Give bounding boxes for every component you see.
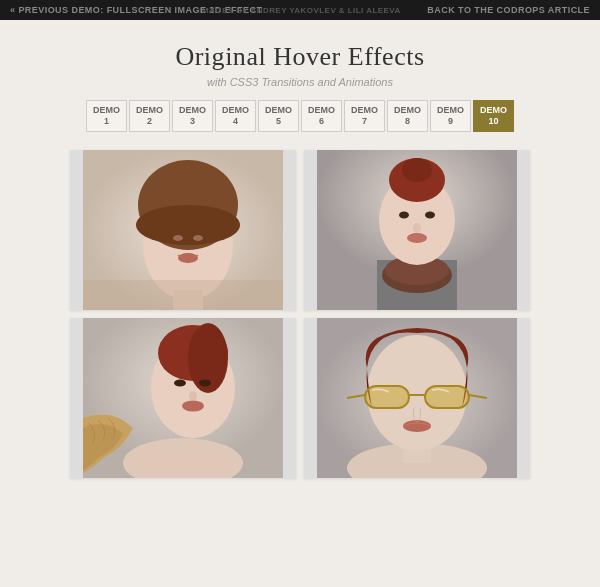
demo-tab-2[interactable]: DEMO2	[129, 100, 170, 132]
demo-tab-9[interactable]: DEMO9	[430, 100, 471, 132]
svg-point-17	[399, 211, 409, 218]
grid-item-3[interactable]	[70, 318, 296, 478]
demo-tab-1[interactable]: DEMO1	[86, 100, 127, 132]
svg-point-19	[407, 233, 427, 243]
svg-point-5	[193, 235, 203, 241]
image-4	[304, 318, 530, 478]
svg-point-27	[199, 379, 211, 386]
grid-item-1[interactable]	[70, 150, 296, 310]
top-bar: « Previous Demo: Fullscreen Image 3D Eff…	[0, 0, 600, 20]
svg-point-16	[402, 158, 432, 182]
grid-item-2[interactable]	[304, 150, 530, 310]
image-grid	[0, 150, 600, 508]
image-2	[304, 150, 530, 310]
back-to-article-link[interactable]: Back to the Codrops Article	[427, 5, 590, 15]
demo-tab-8[interactable]: DEMO8	[387, 100, 428, 132]
svg-point-3	[136, 205, 240, 245]
page-subtitle: with CSS3 Transitions and Animations	[10, 76, 590, 88]
demo-tab-5[interactable]: DEMO5	[258, 100, 299, 132]
svg-point-26	[174, 379, 186, 386]
demo-tab-7[interactable]: DEMO7	[344, 100, 385, 132]
page-title: Original Hover Effects	[10, 42, 590, 72]
demo-tab-3[interactable]: DEMO3	[172, 100, 213, 132]
grid-item-4[interactable]	[304, 318, 530, 478]
page-header: Original Hover Effects with CSS3 Transit…	[0, 20, 600, 100]
demo-tab-4[interactable]: DEMO4	[215, 100, 256, 132]
demo-tab-10[interactable]: DEMO10	[473, 100, 514, 132]
svg-point-6	[178, 253, 198, 263]
svg-rect-34	[365, 386, 409, 408]
credits-text: Images by Andrey Yakovlev & Lili Aleeva	[199, 6, 400, 15]
svg-rect-8	[83, 280, 283, 310]
image-3	[70, 318, 296, 478]
svg-point-18	[425, 211, 435, 218]
svg-rect-35	[425, 386, 469, 408]
svg-point-20	[413, 223, 421, 233]
back-label: Back to the Codrops Article	[427, 5, 590, 15]
image-1	[70, 150, 296, 310]
demo-tab-6[interactable]: DEMO6	[301, 100, 342, 132]
svg-point-29	[189, 391, 197, 401]
svg-point-28	[182, 400, 204, 411]
svg-point-4	[173, 235, 183, 241]
demo-tabs-container: DEMO1 DEMO2 DEMO3 DEMO4 DEMO5 DEMO6 DEMO…	[0, 100, 600, 132]
